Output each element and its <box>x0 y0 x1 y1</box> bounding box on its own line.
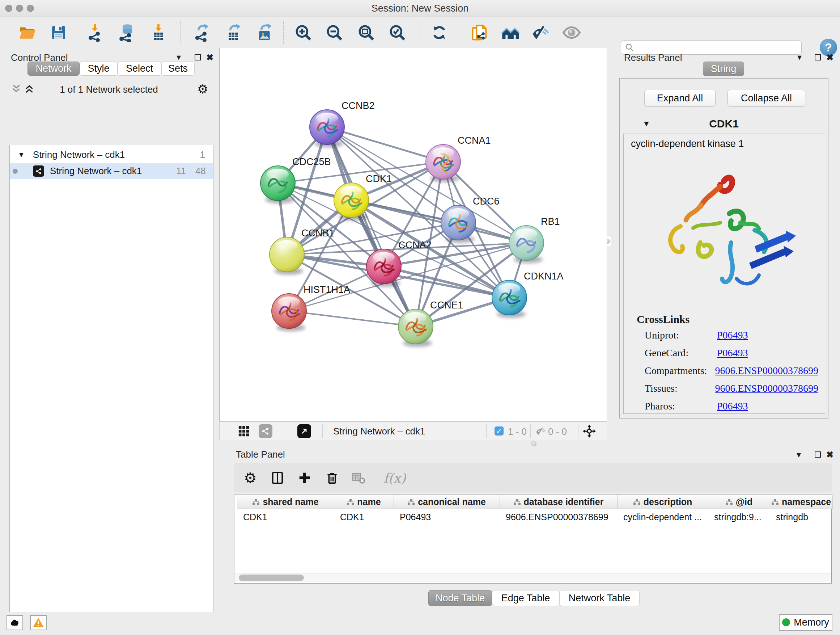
import-table-button[interactable] <box>148 22 169 43</box>
network-node-label: CDKN1A <box>524 271 564 282</box>
show-columns-button[interactable] <box>268 469 287 487</box>
memory-button[interactable]: Memory <box>779 614 832 631</box>
tab-style[interactable]: Style <box>80 62 118 76</box>
zoom-out-icon <box>325 24 343 42</box>
network-view-toolbar: String Network – cdk1 ✓ 1 - 0 0 - 0 <box>219 421 607 440</box>
memory-status-dot-icon <box>782 618 790 626</box>
zoom-in-icon <box>294 24 312 42</box>
network-node-label: CCNB1 <box>302 228 335 239</box>
network-node-hist1h1a[interactable]: HIST1H1A <box>272 284 350 331</box>
zoom-out-button[interactable] <box>324 22 345 43</box>
crosshair-icon <box>583 424 596 438</box>
apply-layout-button[interactable] <box>429 22 450 43</box>
tab-edge-table[interactable]: Edge Table <box>492 590 559 606</box>
crosslink-link[interactable]: 9606.ENSP00000378699 <box>715 383 818 394</box>
maximize-results-panel-button[interactable] <box>815 54 821 60</box>
network-canvas[interactable]: CCNB2CCNA1CDC25BCDK1CDC6RB1CCNB1CCNA2CDK… <box>219 48 607 421</box>
network-options-gear-button[interactable]: ⚙ <box>197 82 208 96</box>
maximize-panel-button[interactable] <box>195 54 201 60</box>
cloud-button[interactable] <box>6 615 23 630</box>
network-node-cdkn1a[interactable]: CDKN1A <box>492 271 564 318</box>
tab-network[interactable]: Network <box>27 62 80 76</box>
network-node-label: CDC25B <box>292 157 331 167</box>
crosslink-link[interactable]: P06493 <box>717 329 748 341</box>
column-type-icon <box>408 499 415 505</box>
warning-icon <box>33 617 44 629</box>
import-network-database-button[interactable] <box>116 22 137 43</box>
scrollbar-thumb[interactable] <box>239 575 304 581</box>
eye-disabled-button[interactable] <box>561 22 582 43</box>
float-panel-button[interactable]: ▾ <box>177 53 181 62</box>
save-session-button[interactable] <box>48 22 69 43</box>
fit-selected-button[interactable] <box>583 424 596 440</box>
hide-graphics-details-button[interactable] <box>530 22 551 43</box>
collapse-all-button[interactable]: Collapse All <box>728 90 805 106</box>
birdseye-arrow-icon <box>300 427 309 435</box>
crosslink-row: GeneCard:P06493 <box>645 347 818 359</box>
network-node-label: CCNE1 <box>430 300 463 310</box>
bottom-splitter-handle[interactable] <box>531 441 537 447</box>
column-header-canonicalname[interactable]: canonical name <box>394 495 500 509</box>
create-column-button[interactable] <box>295 469 314 487</box>
column-header-sharedname[interactable]: shared name <box>237 495 334 509</box>
network-row-selected[interactable]: String Network – cdk1 11 48 <box>10 163 213 179</box>
close-results-panel-button[interactable]: ✖ <box>826 53 834 62</box>
toolbar-separator <box>420 21 420 44</box>
crosslink-label: Compartments: <box>645 365 715 377</box>
zoom-selected-button[interactable] <box>387 22 408 43</box>
close-panel-button[interactable]: ✖ <box>206 53 213 62</box>
network-node-ccnb1[interactable]: CCNB1 <box>270 228 335 275</box>
zoom-selected-icon <box>388 24 406 42</box>
crosslink-link[interactable]: 9606.ENSP00000378699 <box>715 365 818 377</box>
tab-node-table[interactable]: Node Table <box>428 590 492 606</box>
network-collection-row[interactable]: ▼ String Network – cdk1 1 <box>10 147 213 163</box>
network-view-title: String Network – cdk1 <box>333 426 425 437</box>
crosslink-link[interactable]: P06493 <box>717 401 748 412</box>
export-image-button[interactable] <box>254 22 275 43</box>
warnings-button[interactable] <box>30 615 47 630</box>
export-table-button[interactable] <box>223 22 244 43</box>
grid-view-button[interactable] <box>238 425 250 439</box>
network-edge-count: 48 <box>195 165 206 177</box>
zoom-fit-button[interactable] <box>355 22 377 43</box>
column-header-databaseidentifier[interactable]: database identifier <box>500 495 617 509</box>
save-floppy-icon <box>50 24 67 41</box>
open-session-button[interactable] <box>17 22 38 43</box>
birdseye-view-button[interactable] <box>297 424 311 438</box>
delete-column-button[interactable] <box>323 469 341 487</box>
welcome-screen-button[interactable] <box>500 22 521 43</box>
crosslink-link[interactable]: P06493 <box>717 347 748 359</box>
expand-all-button[interactable]: Expand All <box>644 90 715 106</box>
show-graphics-details-button[interactable] <box>469 22 490 43</box>
selected-nodes-checkbox[interactable]: ✓ <box>494 426 504 435</box>
tab-sets[interactable]: Sets <box>161 62 195 76</box>
show-graphics-details-icon <box>470 23 489 42</box>
table-options-gear-button[interactable]: ⚙ <box>241 469 260 487</box>
network-view-type-button[interactable] <box>259 424 272 438</box>
tab-string[interactable]: String <box>703 62 744 76</box>
network-node-rb1[interactable]: RB1 <box>509 216 560 263</box>
toolbar-separator <box>459 21 459 44</box>
network-node-ccna1[interactable]: CCNA1 <box>426 135 491 182</box>
network-node-cdc6[interactable]: CDC6 <box>441 196 500 243</box>
control-panel: Control Panel ▾ ✖ Network Style Select S… <box>0 48 218 612</box>
column-type-icon <box>347 499 354 505</box>
network-edge[interactable] <box>327 127 443 162</box>
zoom-in-button[interactable] <box>293 22 314 43</box>
table-cell[interactable]: 9606.ENSP00000378699 <box>500 509 617 525</box>
float-results-panel-button[interactable]: ▾ <box>797 53 802 62</box>
export-network-button[interactable] <box>191 22 212 43</box>
import-network-file-button[interactable] <box>84 22 105 43</box>
network-edge[interactable] <box>289 311 416 326</box>
table-cell[interactable]: CDK1 <box>237 509 334 525</box>
collection-expand-triangle-icon[interactable]: ▼ <box>18 150 25 159</box>
table-cell[interactable]: CDK1 <box>334 509 394 525</box>
gene-description: cyclin-dependent kinase 1 <box>631 138 744 149</box>
tab-select[interactable]: Select <box>118 62 161 76</box>
column-header-name[interactable]: name <box>334 495 394 509</box>
network-edge[interactable] <box>351 200 526 243</box>
table-cell[interactable]: P06493 <box>394 509 500 525</box>
network-list: ▼ String Network – cdk1 1 String Network… <box>9 145 213 635</box>
network-node-label: CDK1 <box>366 173 392 184</box>
network-node-ccne1[interactable]: CCNE1 <box>398 300 463 347</box>
